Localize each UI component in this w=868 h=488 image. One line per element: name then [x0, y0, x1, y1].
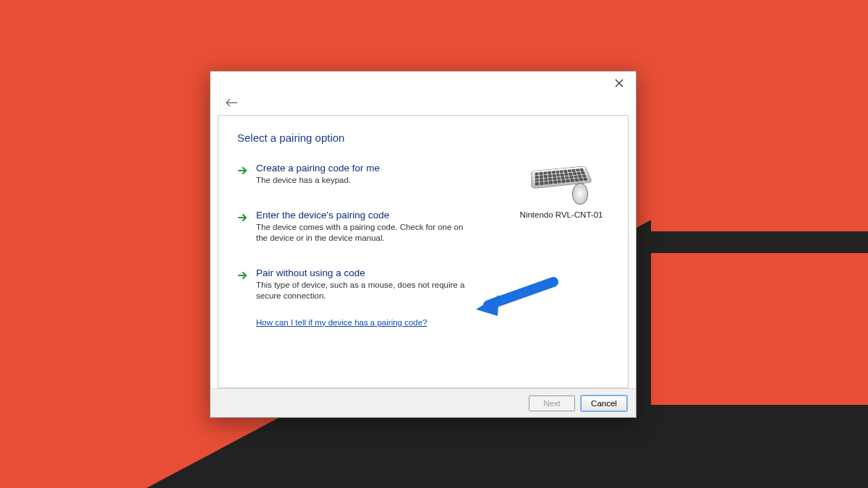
option-title: Pair without using a code [256, 267, 469, 278]
dialog-footer: Next Cancel [210, 388, 636, 417]
option-create-code[interactable]: Create a pairing code for me The device … [237, 163, 469, 187]
cancel-button[interactable]: Cancel [581, 395, 627, 411]
option-description: This type of device, such as a mouse, do… [256, 280, 466, 302]
titlebar [210, 72, 636, 95]
close-button[interactable] [608, 74, 630, 93]
back-arrow-icon [225, 98, 238, 107]
device-preview: Nintendo RVL-CNT-01 [511, 159, 612, 219]
arrow-right-icon [237, 210, 249, 244]
arrow-right-icon [237, 163, 249, 187]
option-pair-no-code[interactable]: Pair without using a code This type of d… [237, 267, 469, 302]
option-description: The device has a keypad. [256, 175, 466, 187]
option-title: Enter the device's pairing code [256, 210, 469, 221]
device-label: Nintendo RVL-CNT-01 [511, 210, 612, 219]
help-link[interactable]: How can I tell if my device has a pairin… [256, 318, 427, 327]
next-button: Next [529, 395, 575, 411]
arrow-right-icon [237, 267, 249, 302]
dialog-content: Select a pairing option Create a pairing… [218, 115, 629, 388]
keyboard-mouse-icon [529, 159, 594, 206]
pairing-dialog: Select a pairing option Create a pairing… [210, 71, 637, 418]
back-button[interactable] [225, 97, 238, 110]
option-description: The device comes with a pairing code. Ch… [256, 222, 466, 244]
option-enter-code[interactable]: Enter the device's pairing code The devi… [237, 210, 469, 244]
navigation-row [210, 95, 636, 112]
close-icon [615, 79, 624, 87]
dialog-heading: Select a pairing option [237, 132, 609, 144]
option-title: Create a pairing code for me [256, 163, 469, 174]
